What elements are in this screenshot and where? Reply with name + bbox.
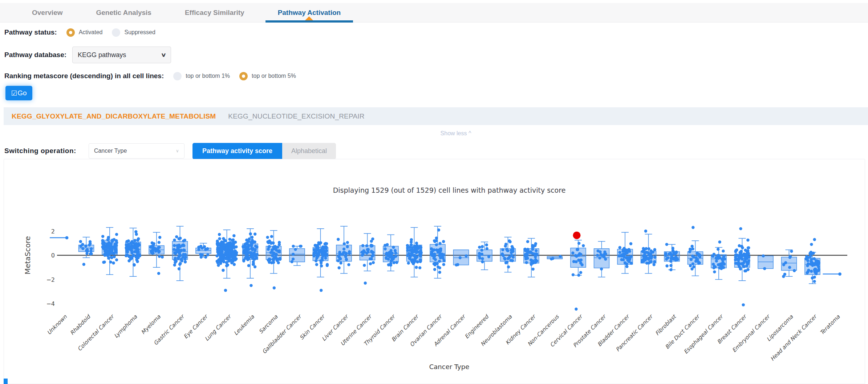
data-point [125, 248, 128, 251]
chevron-down-icon: ∨ [176, 148, 179, 153]
data-point [175, 260, 178, 263]
data-point [115, 233, 118, 236]
data-point [107, 246, 110, 249]
data-point [582, 244, 585, 247]
radio-unselected-icon[interactable] [173, 72, 182, 80]
radio-option-activated[interactable]: Activated [66, 28, 103, 37]
data-point [576, 248, 579, 251]
pathway-name-active[interactable]: KEGG_GLYOXYLATE_AND_DICARBOXYLATE_METABO… [12, 112, 216, 120]
tab-pathway-activation[interactable]: Pathway Activation [261, 3, 358, 22]
tab-label: Pathway Activation [278, 9, 341, 17]
y-axis-title: MetaScore [23, 236, 32, 275]
data-point [811, 276, 814, 279]
data-point [697, 261, 700, 264]
ranking-row: Ranking metascore (descending) in all ce… [4, 71, 296, 81]
alphabetical-button[interactable]: Alphabetical [282, 143, 336, 159]
data-point [348, 252, 351, 255]
data-point [175, 235, 178, 238]
data-point [507, 265, 510, 268]
pathway-activity-score-button[interactable]: Pathway activity score [192, 143, 282, 159]
data-point [713, 265, 716, 268]
data-point [415, 248, 418, 251]
radio-option-top-or-bottom-1-[interactable]: top or bottom 1% [173, 72, 230, 80]
data-point [251, 236, 253, 239]
pathway-list-bar: KEGG_GLYOXYLATE_AND_DICARBOXYLATE_METABO… [4, 107, 868, 125]
data-point [524, 253, 527, 256]
data-point [345, 252, 348, 255]
tab-bar: OverviewGenetic AnalysisEfficacy Similar… [0, 3, 868, 23]
data-point [392, 246, 395, 249]
data-point [138, 253, 141, 256]
data-point [413, 254, 416, 257]
data-point [665, 264, 668, 267]
data-point [325, 249, 328, 252]
data-point [720, 262, 723, 265]
data-point [481, 260, 484, 263]
x-tick-label: Leukemia [232, 313, 256, 337]
data-point [242, 250, 245, 253]
data-point [672, 257, 675, 260]
radio-selected-icon[interactable] [66, 28, 75, 37]
data-point [234, 249, 237, 252]
active-tab-arrow-icon [305, 16, 313, 20]
data-point [394, 252, 397, 255]
pathway-database-select[interactable]: KEGG pathways ∨ [72, 47, 171, 63]
data-point [718, 266, 721, 269]
data-point [407, 261, 410, 264]
show-less-link[interactable]: Show less ^ [0, 130, 868, 137]
data-point [717, 248, 719, 251]
data-point [783, 273, 786, 276]
data-point [478, 252, 481, 255]
switching-dropdown[interactable]: Cancer Type ∨ [89, 143, 184, 159]
data-point [178, 267, 181, 270]
radio-label: top or bottom 1% [186, 73, 230, 79]
outlier-point [320, 289, 323, 292]
data-point [508, 240, 511, 243]
data-point [390, 249, 393, 252]
data-point [415, 251, 418, 254]
outlier-point [718, 240, 721, 243]
data-point [320, 264, 323, 267]
data-point [838, 272, 841, 276]
data-point [253, 252, 256, 255]
data-point [361, 244, 364, 247]
radio-option-top-or-bottom-5-[interactable]: top or bottom 5% [239, 72, 296, 80]
data-point [267, 241, 270, 244]
data-point [722, 255, 725, 258]
go-button[interactable]: ☑ Go [5, 86, 32, 100]
radio-selected-icon[interactable] [239, 72, 248, 80]
data-point [478, 246, 481, 249]
data-point [320, 261, 323, 264]
pathway-name[interactable]: KEGG_NUCLEOTIDE_EXCISION_REPAIR [228, 112, 364, 120]
data-point [292, 245, 295, 248]
data-point [419, 245, 422, 248]
data-point [788, 256, 791, 259]
data-point [150, 245, 153, 248]
data-point [158, 236, 161, 239]
data-point [219, 251, 222, 254]
data-point [342, 248, 345, 251]
data-point [110, 256, 113, 259]
data-point [434, 262, 437, 265]
data-point [531, 259, 534, 262]
data-point [370, 240, 373, 243]
data-point [104, 252, 107, 255]
data-point [740, 245, 743, 248]
radio-unselected-icon[interactable] [112, 28, 120, 37]
radio-label: Activated [79, 29, 103, 36]
data-point [216, 240, 219, 243]
data-point [439, 256, 442, 259]
radio-option-suppressed[interactable]: Suppressed [112, 28, 155, 37]
highlighted-cell-line-point[interactable] [573, 232, 581, 239]
tab-efficacy-similarity[interactable]: Efficacy Similarity [168, 3, 261, 22]
data-point [689, 264, 692, 267]
metascore-boxplot-chart[interactable]: Displaying 1529 (out of 1529) cell lines… [4, 159, 865, 384]
data-point [577, 274, 580, 277]
tab-overview[interactable]: Overview [15, 3, 80, 22]
data-point [346, 241, 349, 244]
data-point [254, 245, 257, 248]
tab-genetic-analysis[interactable]: Genetic Analysis [80, 3, 168, 22]
data-point [272, 251, 275, 254]
data-point [110, 245, 113, 248]
data-point [814, 262, 816, 265]
